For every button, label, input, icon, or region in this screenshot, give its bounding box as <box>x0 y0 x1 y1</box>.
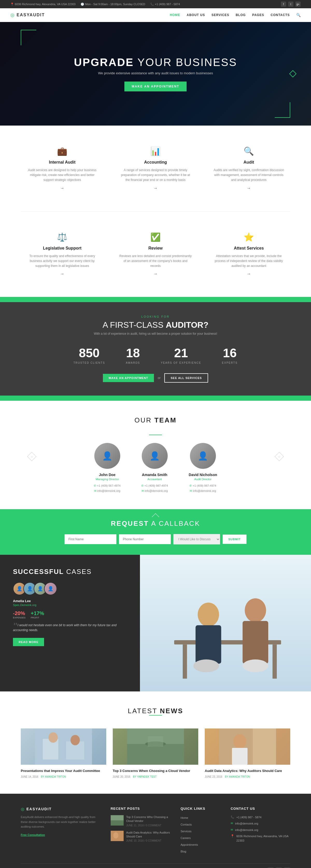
callback-submit-button[interactable]: SUBMIT <box>223 534 247 544</box>
footer-post-info-1: Top 3 Concerns Who Choosing a Cloud Vend… <box>126 815 170 827</box>
svg-rect-3 <box>183 644 187 679</box>
callback-section: REQUEST A CALLBACK I Would Like to Discu… <box>0 509 311 555</box>
news-date-1: JUNE 14, 2016 <box>21 775 38 778</box>
footer-link-careers[interactable]: Careers <box>181 835 220 840</box>
footer-post-info-2: Audit Data Analytics: Why Auditors Shoul… <box>126 831 170 842</box>
team-contact-amanda: +1 (409) 987-4974 info@demoink.org <box>141 483 168 494</box>
legislative-title: Legislative Support <box>26 246 98 251</box>
audit-icon: 🔍 <box>213 146 285 156</box>
service-legislative: ⚖️ Legislative Support To ensure the qua… <box>21 227 104 282</box>
footer-link-home[interactable]: Home <box>181 815 220 820</box>
accounting-arrow[interactable]: → <box>119 186 192 190</box>
services-section-row1: 💼 Internal Audit Audit services are desi… <box>0 126 311 211</box>
stats-looking: LOOKING FOR <box>21 315 290 318</box>
footer-post-img-2 <box>111 831 123 841</box>
hero-title: UPGRADE YOUR BUSINESS <box>74 56 237 69</box>
footer-address-text: 6036 Richmond hwy, Alexandria, VA USA 22… <box>236 834 290 843</box>
footer-contact-title: CONTACT US <box>231 807 290 810</box>
callback-topic-select[interactable]: I Would Like to Discuss <box>173 534 220 545</box>
services-grid-row2: ⚖️ Legislative Support To ensure the qua… <box>21 227 290 282</box>
twitter-icon[interactable]: t <box>288 2 293 7</box>
attest-arrow[interactable]: → <box>213 272 285 276</box>
cases-image <box>140 555 311 691</box>
footer-link-services[interactable]: Services <box>181 829 220 833</box>
news-author-2: BY YARNDEK TEST <box>133 775 157 778</box>
news-meta-3: JUNE 23, 2016 BY AMANDA TRITON <box>205 775 290 778</box>
nav-services[interactable]: SERVICES <box>211 13 229 17</box>
news-img-2 <box>113 728 198 765</box>
stat-experience-label: YEARS OF EXPERIENCE <box>161 362 201 364</box>
hero-cta-button[interactable]: MAKE AN APPOINTMENT <box>124 82 187 91</box>
stat-experts-label: EXPERTS <box>222 362 238 364</box>
team-avatar-img-david: 👤 <box>190 443 216 469</box>
footer-contact-address: 📍 6036 Richmond hwy, Alexandria, VA USA … <box>231 834 290 843</box>
callback-phone-input[interactable] <box>119 534 171 544</box>
team-email-amanda: info@demoink.org <box>141 489 168 494</box>
news-card-3: Audit Data Analytics: Why Auditors Shoul… <box>205 728 290 778</box>
stats-services-button[interactable]: SEE ALL SERVICES <box>164 373 208 382</box>
news-meta-1: JUNE 14, 2016 BY AMANDA TRITON <box>21 775 106 778</box>
googleplus-icon[interactable]: g+ <box>295 2 301 7</box>
top-bar: 📍 6036 Richmond hwy, Alexandria, VA USA … <box>0 0 311 8</box>
hero-corner-bottom-right <box>275 102 290 118</box>
nav-home[interactable]: HOME <box>170 13 180 17</box>
hours: 🕐 Mon - Sat 9:00am - 18:00pm, Sunday CLO… <box>81 3 145 6</box>
hero-subtitle: We provide extensive assistance with any… <box>74 71 237 75</box>
hero-corner-top-left <box>21 30 36 45</box>
stat-experts-value: 16 <box>222 346 238 360</box>
footer-link-appointments[interactable]: Appointments <box>181 842 220 847</box>
news-grid: Presentations that Impress Your Audit Co… <box>21 728 290 778</box>
news-section: LATEST NEWS Presentations that Impress Y… <box>0 691 311 794</box>
review-arrow[interactable]: → <box>119 272 192 276</box>
footer-link-contacts[interactable]: Contacts <box>181 822 220 827</box>
svg-rect-8 <box>243 621 268 663</box>
case-stat-positive: +17% PROFIT <box>31 611 44 619</box>
logo-text: EasyAudit <box>17 13 45 17</box>
news-meta-2: JUNE 20, 2016 BY YARNDEK TEST <box>113 775 198 778</box>
footer-consultation-link[interactable]: Free Consultation <box>21 833 45 836</box>
stats-section: LOOKING FOR A FIRST-CLASS AUDITOR? With … <box>0 302 311 396</box>
search-icon[interactable]: 🔍 <box>296 13 301 17</box>
team-prev-button[interactable]: ◇ <box>27 452 36 461</box>
footer-link-blog[interactable]: Blog <box>181 849 220 854</box>
footer-phone-icon: 📞 <box>231 815 234 819</box>
accounting-desc: A range of services designed to provide … <box>119 168 192 183</box>
footer-logo: ◎ EasyAudit <box>21 807 100 812</box>
nav-contacts[interactable]: CONTACTS <box>271 13 290 17</box>
stats-title: A FIRST-CLASS AUDITOR? <box>21 320 290 330</box>
service-attest: ⭐ Attest Services Attestation services t… <box>207 227 290 282</box>
services-section-row2: ⚖️ Legislative Support To ensure the qua… <box>0 212 311 297</box>
team-name-john: John Doe <box>94 473 120 477</box>
team-contact-david: +1 (409) 987-4974 info@demoink.org <box>189 483 217 494</box>
svg-rect-4 <box>273 644 277 679</box>
stat-clients-value: 850 <box>73 346 105 360</box>
footer-post-1: Top 3 Concerns Who Choosing a Cloud Vend… <box>111 815 170 827</box>
footer-quick-links-title: QUICK LINKS <box>181 807 220 810</box>
svg-rect-25 <box>111 820 123 826</box>
callback-name-input[interactable] <box>64 534 116 544</box>
news-title: LATEST NEWS <box>21 707 290 715</box>
stats-buttons: MAKE AN APPOINTMENT or SEE ALL SERVICES <box>21 373 290 382</box>
internal-audit-arrow[interactable]: → <box>26 186 98 190</box>
nav-blog[interactable]: BLOG <box>235 13 246 17</box>
facebook-icon[interactable]: f <box>281 2 286 7</box>
footer-recent-posts-title: RECENT POSTS <box>111 807 170 810</box>
nav-pages[interactable]: PAGES <box>252 13 264 17</box>
internal-audit-desc: Audit services are designed to help your… <box>26 168 98 183</box>
cases-read-more-button[interactable]: READ MORE <box>13 638 44 646</box>
stat-clients-label: TRUSTED CLIENTS <box>73 362 105 364</box>
review-desc: Reviews are less detailed and consist pr… <box>119 254 192 269</box>
stat-experience-value: 21 <box>161 346 201 360</box>
social-icons: f t g+ <box>281 2 301 7</box>
stats-appointment-button[interactable]: MAKE AN APPOINTMENT <box>103 374 154 382</box>
audit-arrow[interactable]: → <box>213 186 285 190</box>
news-card-1: Presentations that Impress Your Audit Co… <box>21 728 106 778</box>
legislative-arrow[interactable]: → <box>26 272 98 276</box>
team-avatar-david: 👤 <box>190 443 216 469</box>
cases-left: SUCCESSFUL CASES 👤 👤 👤 👤 Amelia Lee Spec… <box>0 555 140 691</box>
attest-desc: Attestation services that we provide, in… <box>213 254 285 269</box>
team-next-button[interactable]: ◇ <box>275 452 284 461</box>
stat-awards-value: 18 <box>126 346 140 360</box>
footer-post-2: Audit Data Analytics: Why Auditors Shoul… <box>111 831 170 842</box>
nav-about[interactable]: ABOUT US <box>187 13 205 17</box>
